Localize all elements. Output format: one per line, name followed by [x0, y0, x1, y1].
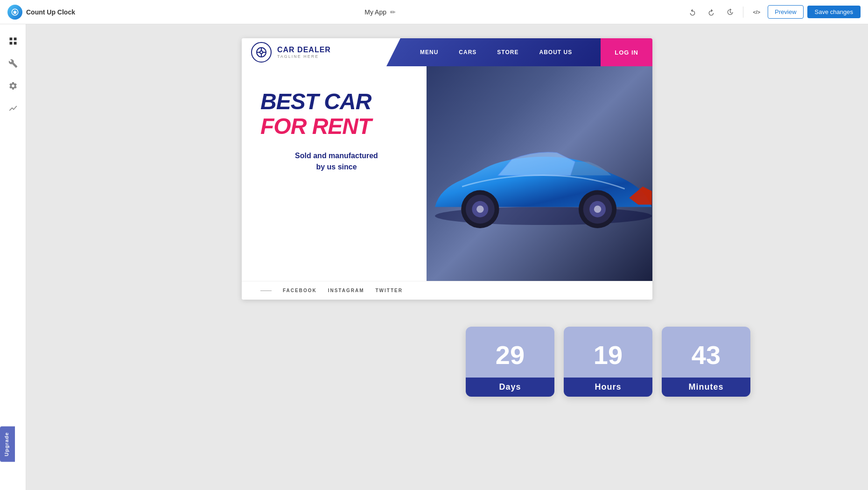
count-days-label: Days [466, 378, 554, 397]
website-preview: CAR DEALER TAGLINE HERE MENU CARS STORE … [242, 38, 652, 300]
social-twitter[interactable]: TWITTER [375, 288, 402, 293]
svg-rect-4 [14, 42, 16, 45]
count-box-minutes: 43 Minutes [662, 327, 750, 397]
count-hours-label: Hours [564, 378, 652, 397]
social-divider-line [260, 290, 272, 291]
history-button[interactable] [722, 5, 737, 20]
nav-logo-icon [251, 42, 272, 63]
nav-logo-title: CAR DEALER [277, 46, 331, 54]
count-minutes-value: 43 [662, 327, 750, 378]
sidebar-item-settings[interactable] [4, 77, 22, 95]
hero-description: Sold and manufactured by us since [260, 150, 413, 173]
svg-point-15 [476, 205, 483, 212]
svg-rect-1 [9, 38, 12, 41]
preview-hero: BEST CAR FOR RENT Sold and manufactured … [242, 66, 652, 281]
preview-nav: CAR DEALER TAGLINE HERE MENU CARS STORE … [242, 38, 652, 66]
hero-right [427, 66, 652, 281]
left-sidebar [0, 24, 26, 490]
svg-point-6 [260, 51, 263, 54]
sidebar-item-analytics[interactable] [4, 99, 22, 118]
edit-name-icon[interactable]: ✏ [390, 8, 396, 16]
hero-title-line2: FOR RENT [260, 114, 413, 139]
count-boxes-container: 29 Days 19 Hours 43 Minutes [438, 327, 778, 415]
sidebar-item-tools[interactable] [4, 54, 22, 73]
app-name-label: My App [364, 8, 386, 16]
count-minutes-label: Minutes [662, 378, 750, 397]
nav-menu-item-about[interactable]: ABOUT US [529, 38, 582, 66]
svg-point-19 [594, 205, 601, 212]
nav-logo-area: CAR DEALER TAGLINE HERE [242, 38, 386, 66]
canvas-area: CAR DEALER TAGLINE HERE MENU CARS STORE … [26, 24, 868, 490]
save-changes-button[interactable]: Save changes [807, 6, 861, 18]
main-layout: CAR DEALER TAGLINE HERE MENU CARS STORE … [0, 24, 868, 490]
hero-left: BEST CAR FOR RENT Sold and manufactured … [242, 66, 427, 281]
nav-menu: MENU CARS STORE ABOUT US [386, 38, 601, 66]
svg-rect-3 [9, 42, 12, 45]
count-box-days: 29 Days [466, 327, 554, 397]
sidebar-item-grid[interactable] [4, 32, 22, 50]
app-title: Count Up Clock [26, 8, 75, 16]
hero-title-line1: BEST CAR [260, 90, 413, 114]
hero-car-image [427, 88, 652, 281]
count-days-value: 29 [466, 327, 554, 378]
code-view-button[interactable]: </> [749, 5, 764, 20]
nav-login-button[interactable]: LOG IN [601, 38, 652, 66]
nav-menu-item-store[interactable]: STORE [487, 38, 529, 66]
redo-button[interactable] [704, 5, 719, 20]
nav-menu-item-menu[interactable]: MENU [410, 38, 448, 66]
svg-rect-2 [14, 38, 16, 41]
nav-logo-text: CAR DEALER TAGLINE HERE [277, 46, 331, 59]
topbar: Count Up Clock My App ✏ </> Preview Save… [0, 0, 868, 24]
nav-menu-item-cars[interactable]: CARS [448, 38, 487, 66]
center-area: My App ✏ [81, 8, 679, 16]
count-hours-value: 19 [564, 327, 652, 378]
app-logo [7, 5, 22, 20]
upgrade-button[interactable]: Upgrade [0, 427, 15, 462]
social-facebook[interactable]: FACEBOOK [283, 288, 317, 293]
logo-area: Count Up Clock [7, 5, 75, 20]
undo-button[interactable] [685, 5, 700, 20]
divider [743, 7, 743, 18]
preview-button[interactable]: Preview [768, 5, 803, 19]
social-bar: FACEBOOK INSTAGRAM TWITTER [242, 281, 652, 300]
nav-logo-sub: TAGLINE HERE [277, 54, 331, 59]
count-box-hours: 19 Hours [564, 327, 652, 397]
right-actions: </> Preview Save changes [685, 5, 861, 20]
social-instagram[interactable]: INSTAGRAM [328, 288, 364, 293]
